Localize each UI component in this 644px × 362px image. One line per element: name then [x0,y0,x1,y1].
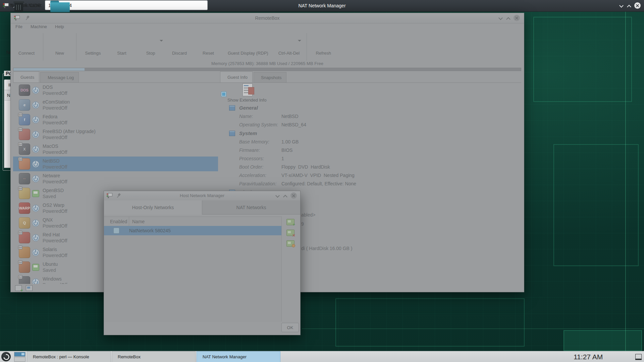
vm-status-icon [32,190,39,197]
tab-nat-networks[interactable]: NAT Networks [202,200,300,215]
keyboard-icon [281,33,297,49]
vm-os-icon: 64 [19,129,30,140]
menubar: FileMachineHelp [12,23,67,32]
minimize-icon[interactable] [498,16,503,20]
minimize-icon[interactable] [275,193,280,198]
guest-clipboard-icon[interactable] [26,285,33,291]
toolbar-button-connect[interactable]: Connect [12,32,41,57]
clock[interactable]: 11:27 AM [574,353,603,361]
toolbar-button-refresh[interactable]: Refresh [309,32,338,57]
right-tabs: Guest Info Snapshots [220,72,286,82]
vm-name: Netware [43,173,60,178]
vm-status: PoweredOff [43,208,67,214]
info-text-fragment: 9 [301,221,304,227]
menu-item[interactable]: File [12,23,26,32]
minimize-icon[interactable] [619,3,624,8]
toolbar-button-reset[interactable]: Reset [194,32,223,57]
info-row: Firmware: BIOS [239,147,356,156]
remove-network-icon[interactable] [286,230,294,236]
tab-guests[interactable]: Guests [13,71,39,82]
network-list-area[interactable] [104,235,281,322]
vm-status: PoweredOff [43,223,67,229]
network-row[interactable]: NatNetwork 580245 [104,226,281,235]
desktop-2[interactable] [14,357,25,362]
vm-status: PoweredOff [43,282,67,284]
add-network-icon[interactable] [286,219,294,225]
taskbar: RemoteBox : perl — Konsole RemoteBox NAT… [0,351,644,362]
toolbar-button-guest-display[interactable]: Guest Display (RDP) [223,32,273,57]
system-section-icon [229,131,235,136]
vm-name: Solaris [43,247,57,252]
column-header-enabled[interactable]: Enabled [104,217,129,226]
vm-os-icon: 64 [19,188,30,199]
application-launcher-icon[interactable] [1,352,11,361]
vm-os-icon: 64 [19,261,30,273]
toolbar-button-settings[interactable]: Settings [78,32,107,57]
titlebar[interactable]: Host Network Manager [104,191,300,201]
tab-guest-info[interactable]: Guest Info [220,71,253,82]
menu-item[interactable]: Machine [27,23,50,32]
vm-name: Red Hat [43,232,60,237]
maximize-icon[interactable] [506,16,511,20]
vm-status-icon [32,102,39,109]
toolbar-button-new[interactable]: New [45,32,74,57]
column-header-name[interactable]: Name [129,219,145,224]
show-desktop-button[interactable] [634,352,643,362]
dialog-title: Host Network Manager [104,191,300,200]
left-tabs: Guests Message Log [13,72,79,82]
edit-network-icon[interactable] [286,240,294,247]
ok-button[interactable]: OK [281,323,299,332]
menu-item[interactable]: Help [52,23,67,32]
titlebar[interactable]: RemoteBox [11,13,524,23]
vm-list-item[interactable]: X 64 MacOS PoweredOff [13,142,218,157]
virtual-desktop-pager[interactable] [14,352,25,362]
task-nat-network-manager[interactable]: NAT Network Manager [197,351,280,362]
close-icon[interactable] [634,2,641,9]
task-remotebox[interactable]: RemoteBox [112,351,196,362]
close-icon[interactable] [290,192,297,199]
maximize-icon[interactable] [283,193,287,198]
enabled-checkbox[interactable] [113,228,119,234]
add-guest-icon[interactable] [15,285,22,291]
tab-snapshots[interactable]: Snapshots [254,72,286,82]
dropdown-arrow-icon[interactable] [298,40,301,43]
dropdown-arrow-icon[interactable] [160,40,163,43]
vm-list-item[interactable]: 64 FreeBSD (After Upgrade) PoweredOff [13,127,218,142]
info-text-fragment: di ( HardDisk 16.00 GB ) [301,246,353,251]
task-konsole[interactable]: RemoteBox : perl — Konsole [27,351,111,362]
vm-list-item[interactable]: DOS DOS PoweredOff [13,83,218,98]
toolbar-button-discard[interactable]: Discard [165,32,194,57]
info-row: Name: NetBSD [239,114,306,122]
64bit-badge: 64 [18,246,22,249]
trash-icon[interactable] [14,3,23,12]
toolbar-button-start[interactable]: Start [107,32,136,57]
show-extended-info-label: Show Extended Info [227,98,266,103]
vm-list-item[interactable]: ·· Netware PoweredOff [13,171,218,186]
tab-message-log[interactable]: Message Log [40,72,79,82]
vm-list-item[interactable]: f 64 Fedora PoweredOff [13,112,218,127]
wallpaper-pattern [335,298,525,347]
table-header: Enabled Name [104,217,281,226]
reset-monitor-icon [201,33,216,49]
vm-status: Saved [43,267,56,273]
vm-status-icon [32,249,39,256]
close-icon[interactable] [514,15,520,21]
tab-host-only-networks[interactable]: Host-Only Networks [104,200,202,215]
host-network-manager-dialog: Host Network Manager Host-Only NetworksN… [104,191,301,335]
maximize-icon[interactable] [627,3,631,8]
vm-status-icon [32,205,39,212]
toolbar-button-ctrl-alt-del[interactable]: Ctrl-Alt-Del [273,32,305,57]
show-extended-info-checkbox[interactable] [221,92,226,97]
toolbar-button[interactable] [76,33,76,61]
vm-list-item[interactable]: 64 NetBSD PoweredOff [13,157,218,171]
toolbar-button[interactable] [43,33,43,61]
info-row: Paravirtualization: Configured: Default,… [239,181,356,189]
toolbar-button-stop[interactable]: Stop [136,32,165,57]
system-rows: Base Memory: 1.00 GB Firmware: BIOS Proc… [239,139,356,189]
vm-list-item[interactable]: e eComStation PoweredOff [13,98,218,112]
section-header-system: System [229,130,257,136]
desktop-1[interactable] [14,352,25,357]
folder-icon[interactable] [50,1,70,12]
start-arrow-icon [114,33,129,49]
toolbar-button[interactable] [307,33,307,61]
